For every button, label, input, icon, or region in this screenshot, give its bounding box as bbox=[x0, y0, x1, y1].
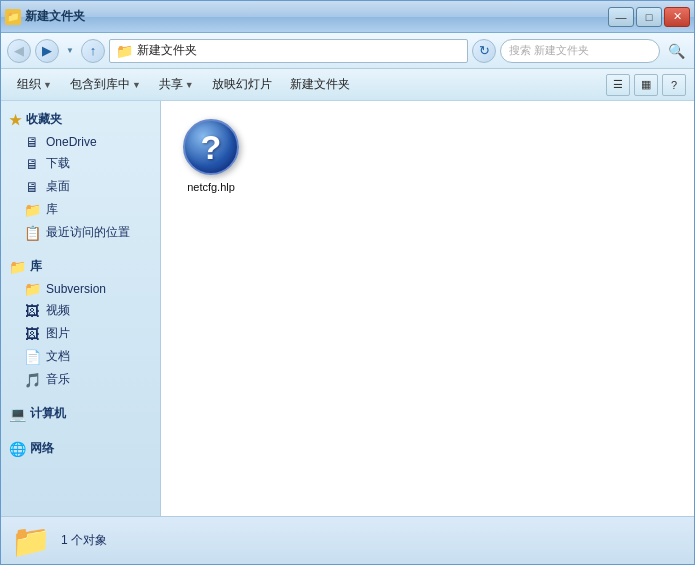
subversion-icon: 📁 bbox=[23, 282, 41, 296]
breadcrumb-text: 新建文件夹 bbox=[137, 42, 197, 59]
up-button[interactable]: ↑ bbox=[81, 39, 105, 63]
slideshow-label: 放映幻灯片 bbox=[212, 76, 272, 93]
toolbar: 组织 ▼ 包含到库中 ▼ 共享 ▼ 放映幻灯片 新建文件夹 ☰ ▦ ? bbox=[1, 69, 694, 101]
favorites-label: 收藏夹 bbox=[26, 111, 62, 128]
onedrive-icon: 🖥 bbox=[23, 135, 41, 149]
share-button[interactable]: 共享 ▼ bbox=[151, 73, 202, 96]
sidebar-item-desktop[interactable]: 🖥 桌面 bbox=[1, 175, 160, 198]
organize-button[interactable]: 组织 ▼ bbox=[9, 73, 60, 96]
include-label: 包含到库中 bbox=[70, 76, 130, 93]
sidebar-item-library[interactable]: 📁 库 bbox=[1, 198, 160, 221]
breadcrumb-folder-icon: 📁 bbox=[116, 43, 133, 59]
videos-label: 视频 bbox=[46, 302, 70, 319]
include-in-library-button[interactable]: 包含到库中 ▼ bbox=[62, 73, 149, 96]
slideshow-button[interactable]: 放映幻灯片 bbox=[204, 73, 280, 96]
recent-icon: 📋 bbox=[23, 226, 41, 240]
forward-button[interactable]: ▶ bbox=[35, 39, 59, 63]
refresh-button[interactable]: ↻ bbox=[472, 39, 496, 63]
search-box[interactable]: 搜索 新建文件夹 bbox=[500, 39, 660, 63]
breadcrumb-bar[interactable]: 📁 新建文件夹 bbox=[109, 39, 468, 63]
computer-header[interactable]: 💻 计算机 bbox=[1, 401, 160, 426]
toolbar-right: ☰ ▦ ? bbox=[606, 74, 686, 96]
back-button[interactable]: ◀ bbox=[7, 39, 31, 63]
file-area: ? netcfg.hlp bbox=[161, 101, 694, 516]
file-icon-wrapper: ? bbox=[181, 117, 241, 177]
documents-icon: 📄 bbox=[23, 350, 41, 364]
statusbar: 📁 1 个对象 bbox=[1, 516, 694, 564]
sidebar-item-subversion[interactable]: 📁 Subversion bbox=[1, 279, 160, 299]
sidebar-item-onedrive[interactable]: 🖥 OneDrive bbox=[1, 132, 160, 152]
pictures-label: 图片 bbox=[46, 325, 70, 342]
help-file-icon: ? bbox=[183, 119, 239, 175]
file-item-netcfg[interactable]: ? netcfg.hlp bbox=[171, 111, 251, 199]
titlebar-controls: — □ ✕ bbox=[608, 7, 690, 27]
favorites-star-icon: ★ bbox=[9, 112, 22, 128]
favorites-section: ★ 收藏夹 🖥 OneDrive 🖥 下载 🖥 桌面 📁 库 bbox=[1, 107, 160, 244]
recent-label: 最近访问的位置 bbox=[46, 224, 130, 241]
sidebar-item-music[interactable]: 🎵 音乐 bbox=[1, 368, 160, 391]
new-folder-button[interactable]: 新建文件夹 bbox=[282, 73, 358, 96]
library-section: 📁 库 📁 Subversion 🖼 视频 🖼 图片 📄 文档 bbox=[1, 254, 160, 391]
network-label: 网络 bbox=[30, 440, 54, 457]
computer-icon: 💻 bbox=[9, 406, 26, 422]
minimize-button[interactable]: — bbox=[608, 7, 634, 27]
music-label: 音乐 bbox=[46, 371, 70, 388]
search-placeholder: 搜索 新建文件夹 bbox=[509, 43, 589, 58]
documents-label: 文档 bbox=[46, 348, 70, 365]
desktop-icon: 🖥 bbox=[23, 180, 41, 194]
titlebar-icon: 📁 bbox=[5, 9, 21, 25]
content-area: ★ 收藏夹 🖥 OneDrive 🖥 下载 🖥 桌面 📁 库 bbox=[1, 101, 694, 516]
sidebar-item-downloads[interactable]: 🖥 下载 bbox=[1, 152, 160, 175]
network-icon: 🌐 bbox=[9, 441, 26, 457]
view-toggle-button[interactable]: ☰ bbox=[606, 74, 630, 96]
maximize-button[interactable]: □ bbox=[636, 7, 662, 27]
library-folder-icon: 📁 bbox=[23, 203, 41, 217]
organize-label: 组织 bbox=[17, 76, 41, 93]
include-arrow: ▼ bbox=[132, 80, 141, 90]
new-folder-label: 新建文件夹 bbox=[290, 76, 350, 93]
music-icon: 🎵 bbox=[23, 373, 41, 387]
network-section: 🌐 网络 bbox=[1, 436, 160, 461]
network-header[interactable]: 🌐 网络 bbox=[1, 436, 160, 461]
help-button[interactable]: ? bbox=[662, 74, 686, 96]
videos-icon: 🖼 bbox=[23, 304, 41, 318]
status-count: 1 个对象 bbox=[61, 532, 107, 549]
nav-chevron[interactable]: ▼ bbox=[63, 44, 77, 58]
status-folder-icon: 📁 bbox=[11, 522, 51, 560]
organize-arrow: ▼ bbox=[43, 80, 52, 90]
navbar: ◀ ▶ ▼ ↑ 📁 新建文件夹 ↻ 搜索 新建文件夹 🔍 bbox=[1, 33, 694, 69]
library-header-icon: 📁 bbox=[9, 259, 26, 275]
downloads-label: 下载 bbox=[46, 155, 70, 172]
titlebar: 📁 新建文件夹 — □ ✕ bbox=[1, 1, 694, 33]
library-header[interactable]: 📁 库 bbox=[1, 254, 160, 279]
preview-pane-button[interactable]: ▦ bbox=[634, 74, 658, 96]
favorites-header[interactable]: ★ 收藏夹 bbox=[1, 107, 160, 132]
titlebar-title: 新建文件夹 bbox=[25, 8, 608, 25]
sidebar-item-recent[interactable]: 📋 最近访问的位置 bbox=[1, 221, 160, 244]
library-link-label: 库 bbox=[46, 201, 58, 218]
share-label: 共享 bbox=[159, 76, 183, 93]
share-arrow: ▼ bbox=[185, 80, 194, 90]
sidebar-item-pictures[interactable]: 🖼 图片 bbox=[1, 322, 160, 345]
desktop-label: 桌面 bbox=[46, 178, 70, 195]
library-label: 库 bbox=[30, 258, 42, 275]
close-button[interactable]: ✕ bbox=[664, 7, 690, 27]
computer-label: 计算机 bbox=[30, 405, 66, 422]
sidebar-item-videos[interactable]: 🖼 视频 bbox=[1, 299, 160, 322]
subversion-label: Subversion bbox=[46, 282, 106, 296]
pictures-icon: 🖼 bbox=[23, 327, 41, 341]
downloads-icon: 🖥 bbox=[23, 157, 41, 171]
sidebar-item-documents[interactable]: 📄 文档 bbox=[1, 345, 160, 368]
search-button[interactable]: 🔍 bbox=[664, 39, 688, 63]
onedrive-label: OneDrive bbox=[46, 135, 97, 149]
computer-section: 💻 计算机 bbox=[1, 401, 160, 426]
window: 📁 新建文件夹 — □ ✕ ◀ ▶ ▼ ↑ 📁 新建文件夹 ↻ 搜索 新建文件夹… bbox=[0, 0, 695, 565]
file-label-netcfg: netcfg.hlp bbox=[187, 181, 235, 193]
sidebar: ★ 收藏夹 🖥 OneDrive 🖥 下载 🖥 桌面 📁 库 bbox=[1, 101, 161, 516]
